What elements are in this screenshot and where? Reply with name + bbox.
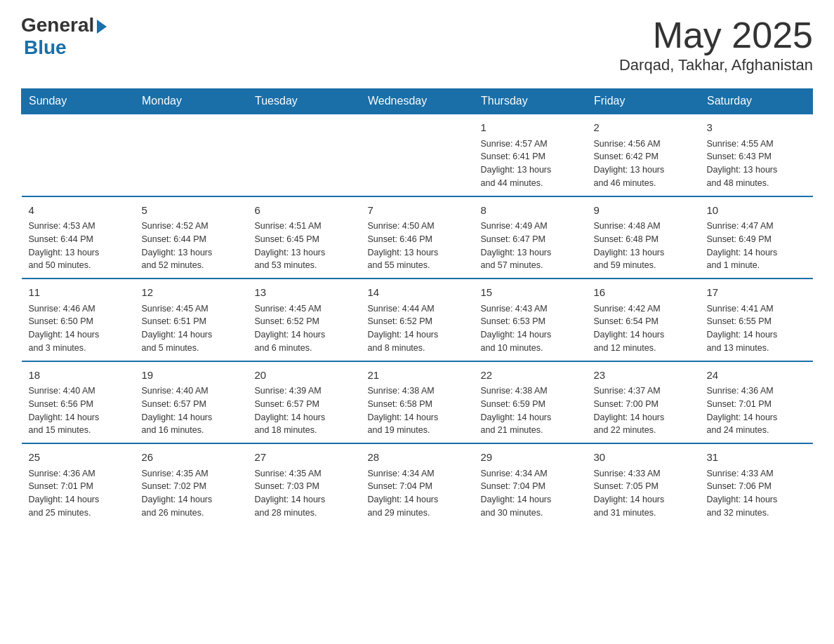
calendar-day-cell: 21Sunrise: 4:38 AM Sunset: 6:58 PM Dayli… [361, 361, 474, 444]
day-info: Sunrise: 4:40 AM Sunset: 6:56 PM Dayligh… [29, 384, 128, 437]
day-number: 6 [255, 203, 354, 219]
day-info: Sunrise: 4:33 AM Sunset: 7:05 PM Dayligh… [594, 467, 693, 520]
logo-arrow-icon [97, 20, 107, 34]
day-number: 27 [255, 450, 354, 466]
calendar-day-cell: 24Sunrise: 4:36 AM Sunset: 7:01 PM Dayli… [700, 361, 813, 444]
calendar-day-cell: 8Sunrise: 4:49 AM Sunset: 6:47 PM Daylig… [474, 196, 587, 279]
day-number: 28 [368, 450, 467, 466]
day-info: Sunrise: 4:51 AM Sunset: 6:45 PM Dayligh… [255, 220, 354, 272]
day-info: Sunrise: 4:55 AM Sunset: 6:43 PM Dayligh… [707, 137, 806, 190]
logo: General Blue [21, 14, 107, 59]
day-number: 23 [594, 368, 693, 384]
calendar-header-tuesday: Tuesday [248, 89, 361, 114]
day-number: 19 [142, 368, 241, 384]
day-number: 11 [29, 285, 128, 301]
day-info: Sunrise: 4:34 AM Sunset: 7:04 PM Dayligh… [368, 467, 467, 520]
calendar-header-saturday: Saturday [700, 89, 813, 114]
day-info: Sunrise: 4:45 AM Sunset: 6:52 PM Dayligh… [255, 302, 354, 355]
day-info: Sunrise: 4:43 AM Sunset: 6:53 PM Dayligh… [481, 302, 580, 355]
calendar-day-cell [248, 114, 361, 196]
page-header: General Blue May 2025 Darqad, Takhar, Af… [21, 14, 813, 74]
day-number: 9 [594, 203, 693, 219]
calendar-header-monday: Monday [135, 89, 248, 114]
day-info: Sunrise: 4:35 AM Sunset: 7:02 PM Dayligh… [142, 467, 241, 520]
day-info: Sunrise: 4:45 AM Sunset: 6:51 PM Dayligh… [142, 302, 241, 355]
day-info: Sunrise: 4:44 AM Sunset: 6:52 PM Dayligh… [368, 302, 467, 355]
calendar-week-row: 4Sunrise: 4:53 AM Sunset: 6:44 PM Daylig… [22, 196, 813, 279]
day-info: Sunrise: 4:39 AM Sunset: 6:57 PM Dayligh… [255, 384, 354, 437]
calendar-day-cell: 20Sunrise: 4:39 AM Sunset: 6:57 PM Dayli… [248, 361, 361, 444]
calendar-week-row: 25Sunrise: 4:36 AM Sunset: 7:01 PM Dayli… [22, 443, 813, 525]
calendar-header-row: SundayMondayTuesdayWednesdayThursdayFrid… [22, 89, 813, 114]
calendar-day-cell: 2Sunrise: 4:56 AM Sunset: 6:42 PM Daylig… [587, 114, 700, 196]
day-info: Sunrise: 4:42 AM Sunset: 6:54 PM Dayligh… [594, 302, 693, 355]
calendar-header-sunday: Sunday [22, 89, 135, 114]
day-info: Sunrise: 4:49 AM Sunset: 6:47 PM Dayligh… [481, 220, 580, 272]
day-info: Sunrise: 4:40 AM Sunset: 6:57 PM Dayligh… [142, 384, 241, 437]
day-number: 29 [481, 450, 580, 466]
calendar-day-cell: 9Sunrise: 4:48 AM Sunset: 6:48 PM Daylig… [587, 196, 700, 279]
calendar-week-row: 1Sunrise: 4:57 AM Sunset: 6:41 PM Daylig… [22, 114, 813, 196]
calendar-day-cell: 27Sunrise: 4:35 AM Sunset: 7:03 PM Dayli… [248, 443, 361, 525]
calendar-day-cell: 26Sunrise: 4:35 AM Sunset: 7:02 PM Dayli… [135, 443, 248, 525]
day-number: 2 [594, 120, 693, 136]
calendar-day-cell: 5Sunrise: 4:52 AM Sunset: 6:44 PM Daylig… [135, 196, 248, 279]
day-info: Sunrise: 4:36 AM Sunset: 7:01 PM Dayligh… [707, 384, 806, 437]
day-info: Sunrise: 4:56 AM Sunset: 6:42 PM Dayligh… [594, 137, 693, 190]
calendar-day-cell: 7Sunrise: 4:50 AM Sunset: 6:46 PM Daylig… [361, 196, 474, 279]
day-number: 5 [142, 203, 241, 219]
calendar-day-cell: 1Sunrise: 4:57 AM Sunset: 6:41 PM Daylig… [474, 114, 587, 196]
calendar-day-cell: 10Sunrise: 4:47 AM Sunset: 6:49 PM Dayli… [700, 196, 813, 279]
calendar-day-cell [22, 114, 135, 196]
month-title: May 2025 [619, 14, 813, 56]
day-info: Sunrise: 4:53 AM Sunset: 6:44 PM Dayligh… [29, 220, 128, 272]
calendar-day-cell: 12Sunrise: 4:45 AM Sunset: 6:51 PM Dayli… [135, 279, 248, 361]
day-info: Sunrise: 4:52 AM Sunset: 6:44 PM Dayligh… [142, 220, 241, 272]
calendar-day-cell: 14Sunrise: 4:44 AM Sunset: 6:52 PM Dayli… [361, 279, 474, 361]
day-info: Sunrise: 4:47 AM Sunset: 6:49 PM Dayligh… [707, 220, 806, 272]
day-number: 26 [142, 450, 241, 466]
day-info: Sunrise: 4:37 AM Sunset: 7:00 PM Dayligh… [594, 384, 693, 437]
day-number: 12 [142, 285, 241, 301]
location-title: Darqad, Takhar, Afghanistan [619, 56, 813, 74]
calendar-header-wednesday: Wednesday [361, 89, 474, 114]
day-number: 30 [594, 450, 693, 466]
day-info: Sunrise: 4:33 AM Sunset: 7:06 PM Dayligh… [707, 467, 806, 520]
calendar-day-cell: 22Sunrise: 4:38 AM Sunset: 6:59 PM Dayli… [474, 361, 587, 444]
calendar-day-cell: 18Sunrise: 4:40 AM Sunset: 6:56 PM Dayli… [22, 361, 135, 444]
day-info: Sunrise: 4:34 AM Sunset: 7:04 PM Dayligh… [481, 467, 580, 520]
day-info: Sunrise: 4:48 AM Sunset: 6:48 PM Dayligh… [594, 220, 693, 272]
calendar-table: SundayMondayTuesdayWednesdayThursdayFrid… [21, 88, 813, 525]
day-info: Sunrise: 4:50 AM Sunset: 6:46 PM Dayligh… [368, 220, 467, 272]
calendar-day-cell: 28Sunrise: 4:34 AM Sunset: 7:04 PM Dayli… [361, 443, 474, 525]
calendar-header-thursday: Thursday [474, 89, 587, 114]
calendar-day-cell: 11Sunrise: 4:46 AM Sunset: 6:50 PM Dayli… [22, 279, 135, 361]
day-number: 7 [368, 203, 467, 219]
day-info: Sunrise: 4:46 AM Sunset: 6:50 PM Dayligh… [29, 302, 128, 355]
calendar-header-friday: Friday [587, 89, 700, 114]
calendar-week-row: 18Sunrise: 4:40 AM Sunset: 6:56 PM Dayli… [22, 361, 813, 444]
calendar-day-cell [361, 114, 474, 196]
day-info: Sunrise: 4:36 AM Sunset: 7:01 PM Dayligh… [29, 467, 128, 520]
day-info: Sunrise: 4:41 AM Sunset: 6:55 PM Dayligh… [707, 302, 806, 355]
calendar-day-cell: 25Sunrise: 4:36 AM Sunset: 7:01 PM Dayli… [22, 443, 135, 525]
day-number: 3 [707, 120, 806, 136]
calendar-day-cell: 4Sunrise: 4:53 AM Sunset: 6:44 PM Daylig… [22, 196, 135, 279]
day-number: 10 [707, 203, 806, 219]
day-number: 15 [481, 285, 580, 301]
calendar-day-cell: 15Sunrise: 4:43 AM Sunset: 6:53 PM Dayli… [474, 279, 587, 361]
day-info: Sunrise: 4:38 AM Sunset: 6:58 PM Dayligh… [368, 384, 467, 437]
day-number: 18 [29, 368, 128, 384]
calendar-day-cell: 29Sunrise: 4:34 AM Sunset: 7:04 PM Dayli… [474, 443, 587, 525]
day-number: 22 [481, 368, 580, 384]
calendar-day-cell: 23Sunrise: 4:37 AM Sunset: 7:00 PM Dayli… [587, 361, 700, 444]
calendar-day-cell: 16Sunrise: 4:42 AM Sunset: 6:54 PM Dayli… [587, 279, 700, 361]
logo-general-text: General [21, 14, 94, 36]
day-number: 21 [368, 368, 467, 384]
day-number: 17 [707, 285, 806, 301]
day-info: Sunrise: 4:57 AM Sunset: 6:41 PM Dayligh… [481, 137, 580, 190]
day-number: 25 [29, 450, 128, 466]
day-info: Sunrise: 4:38 AM Sunset: 6:59 PM Dayligh… [481, 384, 580, 437]
day-info: Sunrise: 4:35 AM Sunset: 7:03 PM Dayligh… [255, 467, 354, 520]
logo-blue-text: Blue [24, 36, 67, 59]
